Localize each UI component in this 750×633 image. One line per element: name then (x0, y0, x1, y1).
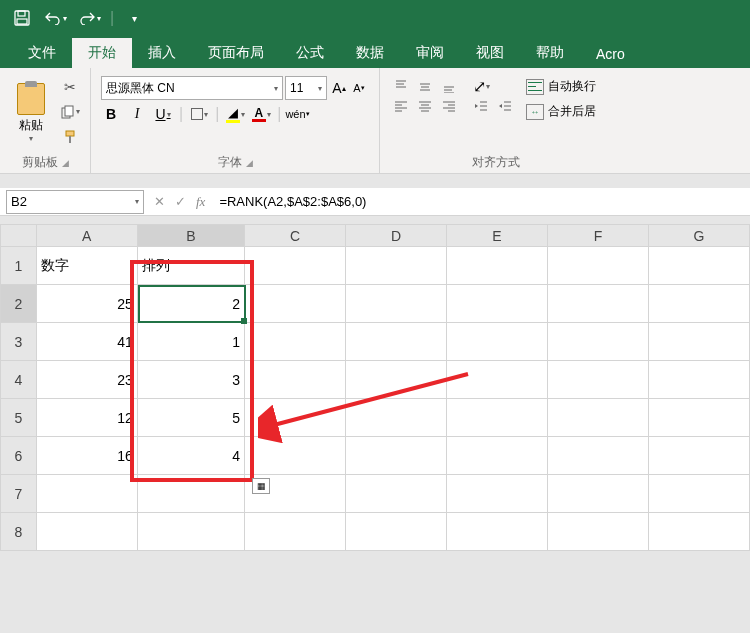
cell-F2[interactable] (547, 285, 648, 323)
cell-C1[interactable] (244, 247, 345, 285)
cancel-formula-button[interactable]: ✕ (154, 194, 165, 209)
cell-F5[interactable] (547, 399, 648, 437)
cell-D7[interactable] (345, 475, 446, 513)
cell-E3[interactable] (446, 323, 547, 361)
col-header-B[interactable]: B (137, 225, 244, 247)
cell-F3[interactable] (547, 323, 648, 361)
cell-C3[interactable] (244, 323, 345, 361)
decrease-font-button[interactable]: A▾ (349, 78, 369, 98)
cell-C5[interactable] (244, 399, 345, 437)
decrease-indent-button[interactable] (470, 96, 492, 116)
row-header-2[interactable]: 2 (1, 285, 37, 323)
col-header-E[interactable]: E (446, 225, 547, 247)
format-painter-button[interactable] (58, 126, 82, 148)
cell-G1[interactable] (648, 247, 749, 285)
wrap-text-button[interactable]: 自动换行 (524, 76, 598, 97)
cell-A3[interactable]: 41 (36, 323, 137, 361)
autofill-options-button[interactable]: ▦ (252, 478, 270, 494)
tab-view[interactable]: 视图 (460, 38, 520, 68)
row-header-4[interactable]: 4 (1, 361, 37, 399)
cell-E2[interactable] (446, 285, 547, 323)
row-header-1[interactable]: 1 (1, 247, 37, 285)
italic-button[interactable]: I (127, 104, 147, 124)
cell-B5[interactable]: 5 (137, 399, 244, 437)
row-header-6[interactable]: 6 (1, 437, 37, 475)
cell-D8[interactable] (345, 513, 446, 551)
cell-D5[interactable] (345, 399, 446, 437)
underline-button[interactable]: U▾ (153, 104, 173, 124)
col-header-D[interactable]: D (345, 225, 446, 247)
orientation-button[interactable]: ⤢▾ (470, 76, 492, 96)
cell-D2[interactable] (345, 285, 446, 323)
align-middle-button[interactable] (414, 76, 436, 96)
cell-A7[interactable] (36, 475, 137, 513)
redo-button[interactable]: ▾ (76, 5, 104, 31)
cell-F4[interactable] (547, 361, 648, 399)
cell-A2[interactable]: 25 (36, 285, 137, 323)
col-header-F[interactable]: F (547, 225, 648, 247)
clipboard-launcher[interactable]: ◢ (62, 158, 69, 168)
cell-D3[interactable] (345, 323, 446, 361)
cell-G3[interactable] (648, 323, 749, 361)
cell-G7[interactable] (648, 475, 749, 513)
cell-F6[interactable] (547, 437, 648, 475)
cut-button[interactable]: ✂ (58, 76, 82, 98)
align-top-button[interactable] (390, 76, 412, 96)
tab-help[interactable]: 帮助 (520, 38, 580, 68)
align-left-button[interactable] (390, 96, 412, 116)
cell-C2[interactable] (244, 285, 345, 323)
cell-E7[interactable] (446, 475, 547, 513)
col-header-C[interactable]: C (244, 225, 345, 247)
merge-center-button[interactable]: ↔ 合并后居 (524, 101, 598, 122)
increase-font-button[interactable]: A▴ (329, 78, 349, 98)
cell-C4[interactable] (244, 361, 345, 399)
formula-input[interactable] (215, 190, 750, 214)
align-center-button[interactable] (414, 96, 436, 116)
cell-A6[interactable]: 16 (36, 437, 137, 475)
cell-B1[interactable]: 排列 (137, 247, 244, 285)
cell-G8[interactable] (648, 513, 749, 551)
cell-F7[interactable] (547, 475, 648, 513)
tab-pagelayout[interactable]: 页面布局 (192, 38, 280, 68)
align-bottom-button[interactable] (438, 76, 460, 96)
cell-A4[interactable]: 23 (36, 361, 137, 399)
row-header-3[interactable]: 3 (1, 323, 37, 361)
cell-B6[interactable]: 4 (137, 437, 244, 475)
col-header-A[interactable]: A (36, 225, 137, 247)
cell-B4[interactable]: 3 (137, 361, 244, 399)
cell-E1[interactable] (446, 247, 547, 285)
cell-B8[interactable] (137, 513, 244, 551)
undo-button[interactable]: ▾ (42, 5, 70, 31)
align-right-button[interactable] (438, 96, 460, 116)
tab-acrobat[interactable]: Acro (580, 40, 641, 68)
font-name-select[interactable]: 思源黑体 CN▾ (101, 76, 283, 100)
cell-G4[interactable] (648, 361, 749, 399)
cell-C8[interactable] (244, 513, 345, 551)
cell-A1[interactable]: 数字 (36, 247, 137, 285)
name-box[interactable]: B2▾ (6, 190, 144, 214)
insert-function-button[interactable]: fx (196, 194, 205, 210)
cell-E8[interactable] (446, 513, 547, 551)
border-button[interactable]: ▾ (189, 104, 209, 124)
font-color-button[interactable]: A ▾ (251, 104, 271, 124)
enter-formula-button[interactable]: ✓ (175, 194, 186, 209)
tab-insert[interactable]: 插入 (132, 38, 192, 68)
cell-D1[interactable] (345, 247, 446, 285)
cell-A5[interactable]: 12 (36, 399, 137, 437)
cell-F8[interactable] (547, 513, 648, 551)
cell-E5[interactable] (446, 399, 547, 437)
increase-indent-button[interactable] (494, 96, 516, 116)
cell-B3[interactable]: 1 (137, 323, 244, 361)
cell-G6[interactable] (648, 437, 749, 475)
cell-E6[interactable] (446, 437, 547, 475)
save-button[interactable] (8, 5, 36, 31)
customize-qat-button[interactable]: ▾ (120, 5, 148, 31)
cell-D6[interactable] (345, 437, 446, 475)
cell-B7[interactable] (137, 475, 244, 513)
row-header-7[interactable]: 7 (1, 475, 37, 513)
tab-home[interactable]: 开始 (72, 38, 132, 68)
cell-D4[interactable] (345, 361, 446, 399)
row-header-5[interactable]: 5 (1, 399, 37, 437)
tab-data[interactable]: 数据 (340, 38, 400, 68)
paste-button[interactable]: 粘贴 ▾ (8, 72, 54, 152)
